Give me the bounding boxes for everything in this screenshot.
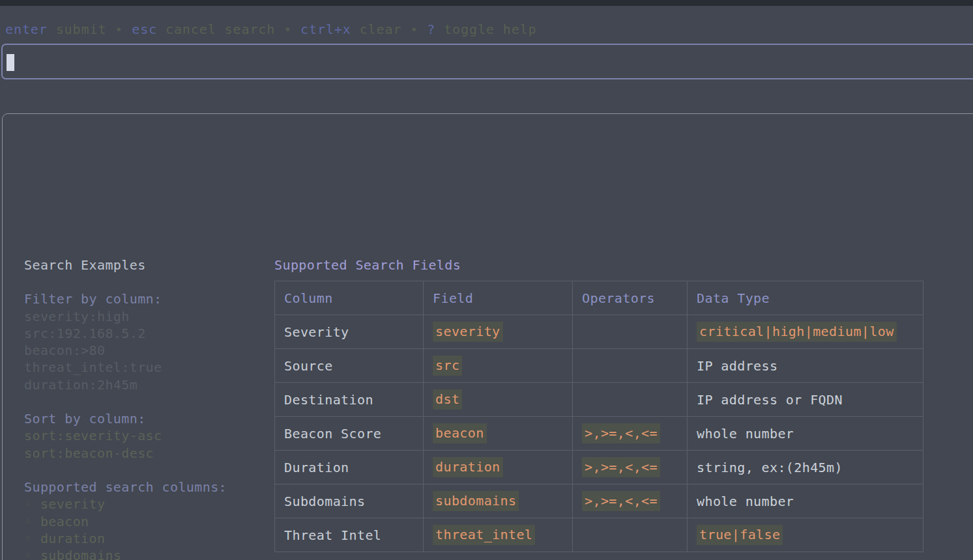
data-type-cell: IP address or FQDN bbox=[688, 383, 923, 417]
field-cell: duration bbox=[424, 451, 573, 484]
search-examples-section: Search Examples Filter by column: severi… bbox=[24, 257, 227, 560]
keybinding-key: enter bbox=[5, 21, 48, 37]
supported-column-item: ◦ severity bbox=[24, 496, 227, 512]
keybinding-key: esc bbox=[132, 21, 157, 37]
table-row: Duration duration >,>=,<,<= string, ex:(… bbox=[275, 451, 923, 484]
column-cell: Beacon Score bbox=[275, 417, 424, 451]
filter-by-column-heading: Filter by column: bbox=[24, 290, 227, 307]
keybinding-desc: clear bbox=[360, 21, 402, 37]
field-chip: subdomains bbox=[433, 491, 519, 511]
field-cell: src bbox=[424, 349, 573, 383]
field-chip: threat_intel bbox=[433, 525, 535, 545]
table-row: Destination dst IP address or FQDN bbox=[275, 383, 923, 417]
operators-cell bbox=[573, 383, 688, 417]
operators-chip: >,>=,<,<= bbox=[582, 491, 660, 511]
column-cell: Threat Intel bbox=[275, 518, 424, 552]
field-chip: src bbox=[433, 356, 462, 376]
filter-example: severity:high bbox=[24, 308, 227, 325]
bullet-icon: ◦ bbox=[24, 531, 32, 546]
bullet-icon: ◦ bbox=[24, 514, 32, 529]
field-chip: dst bbox=[433, 389, 462, 410]
sort-by-column-section: Sort by column: sort:severity-asc sort:b… bbox=[24, 410, 227, 462]
supported-column-label: severity bbox=[40, 496, 106, 512]
column-cell: Destination bbox=[275, 383, 424, 417]
text-cursor bbox=[7, 54, 14, 71]
operators-cell: >,>=,<,<= bbox=[573, 484, 688, 518]
column-cell: Subdomains bbox=[275, 484, 424, 518]
field-cell: dst bbox=[424, 383, 573, 417]
separator-bullet: • bbox=[410, 21, 418, 37]
operators-cell bbox=[573, 315, 688, 349]
keybinding-key: ? bbox=[427, 21, 435, 37]
filter-example: duration:2h45m bbox=[24, 376, 227, 393]
keybinding-key: ctrl+x bbox=[300, 21, 351, 37]
separator-bullet: • bbox=[283, 21, 292, 37]
keybinding-help-bar: enter submit • esc cancel search • ctrl+… bbox=[5, 21, 537, 37]
operators-cell bbox=[573, 349, 688, 383]
data-type-cell: critical|high|medium|low bbox=[688, 315, 923, 349]
keybinding-desc: cancel search bbox=[166, 21, 275, 37]
column-cell: Duration bbox=[275, 451, 424, 484]
column-header: Field bbox=[424, 281, 573, 315]
supported-search-fields-title: Supported Search Fields bbox=[274, 257, 923, 273]
separator-bullet: • bbox=[115, 21, 123, 37]
sort-by-column-heading: Sort by column: bbox=[24, 410, 227, 427]
supported-columns-section: Supported search columns: ◦ severity ◦ b… bbox=[24, 479, 227, 560]
keybinding-desc: submit bbox=[56, 21, 107, 37]
operators-cell: >,>=,<,<= bbox=[573, 417, 688, 451]
window-top-strip bbox=[0, 0, 973, 6]
supported-column-item: ◦ subdomains bbox=[24, 547, 227, 560]
filter-example: src:192.168.5.2 bbox=[24, 325, 227, 342]
data-type-cell: IP address bbox=[688, 349, 923, 383]
data-type-chip: true|false bbox=[697, 525, 783, 545]
column-header: Operators bbox=[573, 281, 688, 315]
sort-example: sort:beacon-desc bbox=[24, 445, 227, 462]
supported-column-item: ◦ beacon bbox=[24, 513, 227, 530]
search-input[interactable] bbox=[1, 44, 973, 79]
column-cell: Source bbox=[275, 349, 424, 383]
operators-chip: >,>=,<,<= bbox=[582, 423, 660, 443]
column-header: Column bbox=[275, 281, 424, 315]
search-examples-title: Search Examples bbox=[24, 257, 227, 273]
supported-column-label: duration bbox=[40, 531, 106, 546]
supported-search-fields-table: Column Field Operators Data Type Severit… bbox=[274, 281, 923, 552]
keybinding-desc: toggle help bbox=[444, 21, 536, 37]
supported-columns-heading: Supported search columns: bbox=[24, 479, 227, 496]
operators-chip: >,>=,<,<= bbox=[582, 457, 660, 477]
data-type-cell: whole number bbox=[688, 484, 923, 518]
data-type-cell: whole number bbox=[688, 417, 923, 451]
bullet-icon: ◦ bbox=[24, 548, 32, 560]
data-type-chip: critical|high|medium|low bbox=[697, 322, 897, 342]
table-header-row: Column Field Operators Data Type bbox=[275, 281, 923, 315]
column-cell: Severity bbox=[275, 315, 424, 349]
field-cell: severity bbox=[424, 315, 573, 349]
supported-search-fields-section: Supported Search Fields Column Field Ope… bbox=[274, 257, 923, 560]
table-row: Severity severity critical|high|medium|l… bbox=[275, 315, 923, 349]
field-cell: subdomains bbox=[424, 484, 573, 518]
table-row: Source src IP address bbox=[275, 349, 923, 383]
sort-example: sort:severity-asc bbox=[24, 427, 227, 444]
field-chip: duration bbox=[433, 457, 503, 477]
operators-cell: >,>=,<,<= bbox=[573, 451, 688, 484]
supported-column-label: subdomains bbox=[40, 548, 121, 560]
filter-example: beacon:>80 bbox=[24, 342, 227, 359]
field-chip: beacon bbox=[433, 423, 487, 443]
filter-example: threat_intel:true bbox=[24, 359, 227, 376]
search-help-panel: Search Examples Filter by column: severi… bbox=[2, 113, 973, 560]
column-header: Data Type bbox=[688, 281, 923, 315]
data-type-cell: string, ex:(2h45m) bbox=[688, 451, 923, 484]
table-row: Beacon Score beacon >,>=,<,<= whole numb… bbox=[275, 417, 923, 451]
field-cell: beacon bbox=[424, 417, 573, 451]
supported-column-item: ◦ duration bbox=[24, 530, 227, 547]
supported-column-label: beacon bbox=[40, 514, 89, 529]
field-cell: threat_intel bbox=[424, 518, 573, 552]
field-chip: severity bbox=[433, 322, 503, 342]
bullet-icon: ◦ bbox=[24, 496, 32, 512]
operators-cell bbox=[573, 518, 688, 552]
table-row: Threat Intel threat_intel true|false bbox=[275, 518, 923, 552]
data-type-cell: true|false bbox=[688, 518, 923, 552]
filter-by-column-section: Filter by column: severity:high src:192.… bbox=[24, 290, 227, 393]
table-row: Subdomains subdomains >,>=,<,<= whole nu… bbox=[275, 484, 923, 518]
